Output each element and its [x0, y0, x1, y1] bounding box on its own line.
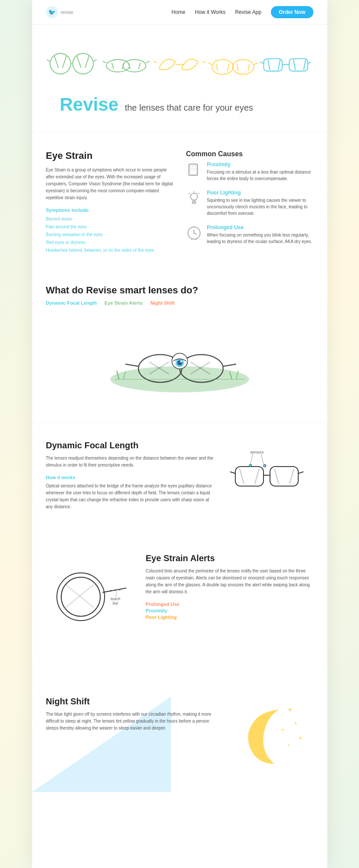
- svg-line-33: [260, 62, 264, 64]
- svg-line-28: [237, 64, 238, 71]
- symptom-burning: Burning sensation in the eyes: [46, 231, 173, 239]
- svg-line-26: [217, 64, 218, 71]
- svg-line-87: [274, 469, 279, 484]
- nav-how-it-works[interactable]: How it Works: [195, 9, 225, 15]
- symptom-blurred: Blurred vision: [46, 215, 173, 223]
- svg-text:✦: ✦: [287, 706, 293, 713]
- svg-point-90: [263, 464, 266, 467]
- svg-line-3: [46, 59, 50, 62]
- nav-home[interactable]: Home: [171, 9, 185, 15]
- tab-dynamic-focal[interactable]: Dynamic Focal Length: [46, 300, 97, 306]
- logo-icon: 🐦: [46, 6, 58, 18]
- svg-line-84: [298, 472, 303, 473]
- svg-line-35: [268, 59, 270, 70]
- focal-glasses-svg: sensors: [227, 441, 313, 519]
- glasses-green-round: [46, 42, 99, 81]
- svg-line-14: [112, 63, 114, 69]
- svg-line-4: [93, 59, 96, 62]
- glasses-green-folded: [99, 42, 153, 81]
- cause-poor-lighting-content: Poor Lighting Squinting to see in low li…: [207, 190, 313, 217]
- svg-point-1: [72, 53, 93, 74]
- night-left: Night Shift The blue light given off by …: [46, 697, 214, 738]
- alerts-glasses-svg: touch bar: [46, 553, 133, 662]
- svg-line-67: [223, 364, 236, 366]
- glasses-grass-svg: [93, 323, 267, 401]
- svg-point-21: [212, 59, 233, 74]
- logo-text: revise: [61, 10, 73, 15]
- nav-links: Home How it Works Revise App Order Now: [171, 6, 313, 18]
- svg-line-6: [62, 56, 66, 68]
- svg-line-34: [308, 62, 311, 64]
- focal-heading: Dynamic Focal Length: [46, 441, 214, 450]
- eye-strain-right: Common Causes Proximity Focusing on a st…: [186, 150, 313, 254]
- svg-point-54: [193, 233, 194, 234]
- symptom-headaches: Headaches behind, between, or on the sid…: [46, 247, 173, 254]
- svg-line-17: [138, 63, 141, 69]
- focal-description: The lenses readjust themselves depending…: [46, 455, 214, 469]
- hero-title-area: Revise the lenses that care for your eye…: [46, 90, 313, 128]
- night-section: Night Shift The blue light given off by …: [32, 679, 327, 792]
- revise-section: What do Revise smart lenses do? Dynamic …: [32, 272, 327, 423]
- svg-line-83: [230, 472, 235, 473]
- svg-line-8: [85, 56, 89, 68]
- how-it-works-label: How it works: [46, 475, 214, 480]
- svg-point-75: [180, 361, 182, 362]
- nav-revise-app[interactable]: Revise App: [235, 9, 261, 15]
- eye-strain-heading: Eye Strain: [46, 150, 173, 161]
- revise-tabs: Dynamic Focal Length Eye Strain Alerts N…: [46, 300, 313, 306]
- svg-line-20: [202, 61, 206, 63]
- svg-line-5: [54, 56, 58, 68]
- navbar: 🐦 revise Home How it Works Revise App Or…: [32, 0, 327, 25]
- svg-line-36: [278, 59, 280, 70]
- svg-line-86: [255, 469, 259, 484]
- bulb-icon: [186, 191, 202, 206]
- svg-text:sensors: sensors: [250, 450, 264, 454]
- svg-line-50: [189, 193, 190, 194]
- eye-strain-section: Eye Strain Eye Strain is a group of symp…: [32, 132, 327, 272]
- cause-prolonged-use-content: Prolonged Use When focusing on something…: [207, 224, 313, 245]
- alerts-left: touch bar: [46, 553, 133, 662]
- glasses-blue: [260, 42, 313, 81]
- alert-poor-lighting: Poor Lighting: [146, 615, 313, 620]
- cause-proximity-text: Focusing on a stimulus at a less than op…: [207, 169, 313, 182]
- cause-poor-lighting-title: Poor Lighting: [207, 190, 313, 196]
- svg-line-88: [290, 469, 294, 484]
- order-now-button[interactable]: Order Now: [271, 6, 313, 18]
- svg-line-49: [198, 193, 199, 194]
- night-heading: Night Shift: [46, 697, 214, 707]
- logo: 🐦 revise: [46, 6, 73, 18]
- book-icon: [186, 162, 202, 178]
- glasses-row: [46, 33, 313, 90]
- svg-line-27: [227, 64, 229, 71]
- svg-line-93: [102, 588, 126, 592]
- tab-night-shift[interactable]: Night Shift: [151, 300, 175, 306]
- alert-types: Prolonged Use Proximity Poor Lighting: [146, 602, 313, 620]
- symptom-red-eyes: Red eyes or dryness: [46, 239, 173, 247]
- cause-prolonged-use-text: When focusing on something you blink les…: [207, 232, 313, 245]
- hero-subtitle: the lenses that care for your eyes: [125, 103, 253, 112]
- focal-right: sensors: [227, 441, 313, 519]
- svg-line-24: [208, 63, 212, 65]
- svg-line-19: [154, 61, 157, 63]
- svg-point-45: [191, 193, 198, 200]
- glasses-illustration: [46, 314, 313, 410]
- hero-section: Revise the lenses that care for your eye…: [32, 25, 327, 132]
- svg-point-22: [233, 59, 254, 74]
- svg-text:✦: ✦: [287, 743, 290, 747]
- tab-eye-strain-alerts[interactable]: Eye Strain Alerts: [105, 300, 143, 306]
- symptom-pain: Pain around the eyes: [46, 223, 173, 231]
- alerts-description: Coloured tints around the perimeter of t…: [146, 568, 313, 595]
- cause-poor-lighting-text: Squinting to see in low lighting causes …: [207, 197, 313, 217]
- common-causes-heading: Common Causes: [186, 150, 313, 158]
- svg-line-13: [146, 61, 150, 63]
- alert-proximity: Proximity: [146, 608, 313, 613]
- revise-heading: What do Revise smart lenses do?: [46, 285, 313, 296]
- svg-line-79: [261, 454, 263, 464]
- cause-proximity-content: Proximity Focusing on a stimulus at a le…: [207, 161, 313, 182]
- svg-line-38: [304, 59, 306, 70]
- clock-icon: [186, 225, 202, 241]
- alert-prolonged-use: Prolonged Use: [146, 602, 313, 607]
- glasses-yellow-1: [153, 42, 206, 81]
- svg-text:✦: ✦: [294, 721, 297, 726]
- svg-point-0: [50, 53, 70, 74]
